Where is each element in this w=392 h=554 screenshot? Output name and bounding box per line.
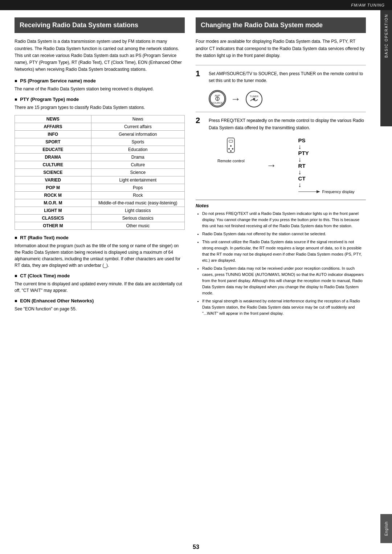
divider-1 — [196, 65, 366, 65]
table-cell: Sports — [91, 138, 184, 146]
rt-heading: RT (Radio Text) mode — [15, 235, 185, 240]
table-cell: SCIENCE — [15, 169, 91, 176]
divider-2 — [196, 112, 366, 112]
tuner-icon: TUNER — [245, 90, 263, 108]
notes-list: Do not press FREQ/TEXT until a Radio Dat… — [196, 211, 366, 317]
amp-circle: AMP SOURCE — [209, 90, 226, 107]
top-bar: FM/AM TUNING — [0, 0, 392, 10]
ps-text: The name of the Radio Data System statio… — [15, 86, 185, 92]
table-cell: Middle-of-the-road music (easy-listening… — [91, 199, 184, 207]
table-cell: Light classics — [91, 207, 184, 215]
ct-heading: CT (Clock Time) mode — [15, 273, 185, 278]
table-cell: Light entertainment — [91, 176, 184, 184]
flow-big-arrow: → — [266, 160, 277, 171]
right-sidebar: BASIC OPERATION — [380, 10, 392, 126]
table-cell: POP M — [15, 184, 91, 192]
svg-point-7 — [253, 98, 255, 100]
ct-label: CT — [298, 175, 306, 182]
language-label: English — [383, 518, 390, 539]
left-intro: Radio Data System is a data transmission… — [15, 38, 185, 73]
list-item: Do not press FREQ/TEXT until a Radio Dat… — [202, 211, 366, 229]
table-cell: CULTURE — [15, 161, 91, 169]
step-2-block: 2 Press FREQ/TEXT repeatedly on the remo… — [196, 116, 366, 131]
remote-control-icon: Remote control — [217, 137, 245, 163]
table-cell: Pops — [91, 184, 184, 192]
remote-label: Remote control — [217, 159, 245, 163]
ps-down-arrow: ↓ — [298, 143, 302, 150]
svg-point-11 — [228, 148, 230, 150]
table-cell: News — [91, 115, 184, 123]
right-intro: Four modes are available for displaying … — [196, 38, 366, 59]
svg-point-13 — [230, 150, 232, 152]
list-item: Radio Data System data may not be receiv… — [202, 265, 366, 296]
bottom-language-tab: English — [380, 514, 392, 543]
notes-section: Notes Do not press FREQ/TEXT until a Rad… — [196, 200, 366, 317]
step-2-text: Press FREQ/TEXT repeatedly on the remote… — [209, 116, 366, 131]
table-cell: CLASSICS — [15, 215, 91, 222]
notes-title: Notes — [196, 203, 366, 208]
table-cell: Culture — [91, 161, 184, 169]
rt-label: RT — [298, 163, 306, 169]
main-content: Receiving Radio Data System stations Rad… — [0, 10, 380, 326]
table-cell: Current affairs — [91, 123, 184, 131]
pty-text: There are 15 program types to classify R… — [15, 104, 185, 111]
ps-heading: PS (Program Service name) mode — [15, 78, 185, 83]
eon-text: See "EON function" on page 55. — [15, 306, 185, 312]
amp-source-icon: AMP SOURCE — [209, 90, 226, 108]
table-cell: Rock — [91, 192, 184, 199]
right-column: Changing the Radio Data System mode Four… — [196, 17, 366, 318]
table-cell: NEWS — [15, 115, 91, 123]
step-2-diagram: Remote control → PS ↓ PTY ↓ RT ↓ CT ↓ — [217, 137, 366, 194]
table-cell: LIGHT M — [15, 207, 91, 215]
table-cell: DRAMA — [15, 154, 91, 161]
table-cell: INFO — [15, 131, 91, 138]
step-1-text: Set AMP/SOURCE/TV to SOURCE, then press … — [209, 69, 366, 84]
step-1-block: 1 Set AMP/SOURCE/TV to SOURCE, then pres… — [196, 69, 366, 84]
table-cell: SPORT — [15, 138, 91, 146]
pty-heading: PTY (Program Type) mode — [15, 97, 185, 102]
svg-text:TUNER: TUNER — [250, 95, 258, 98]
svg-text:AMP: AMP — [215, 94, 220, 97]
table-cell: AFFAIRS — [15, 123, 91, 131]
table-cell: ROCK M — [15, 192, 91, 199]
table-cell: Education — [91, 146, 184, 154]
page-number: 53 — [193, 544, 199, 550]
right-section-header: Changing the Radio Data System mode — [196, 17, 366, 33]
table-cell: M.O.R. M — [15, 199, 91, 207]
table-cell: VARIED — [15, 176, 91, 184]
svg-marker-15 — [317, 190, 320, 193]
step1-arrow: → — [230, 93, 241, 105]
eon-heading: EON (Enhanced Other Networks) — [15, 298, 185, 304]
table-cell: Other music — [91, 222, 184, 230]
pty-down-arrow: ↓ — [298, 156, 302, 163]
step-1-number: 1 — [196, 69, 204, 84]
left-column: Receiving Radio Data System stations Rad… — [15, 17, 185, 318]
svg-point-10 — [230, 145, 232, 147]
ps-pty-flow: PS ↓ PTY ↓ RT ↓ CT ↓ Frequency display — [298, 137, 355, 194]
pty-table: NEWSNewsAFFAIRSCurrent affairsINFOGenera… — [15, 115, 185, 230]
ct-text: The current time is displayed and update… — [15, 281, 185, 294]
freq-display-label: Frequency display — [322, 190, 355, 194]
table-cell: Serious classics — [91, 215, 184, 222]
freq-display-row: Frequency display — [298, 190, 355, 194]
svg-text:SOURCE: SOURCE — [212, 102, 223, 104]
page-container: FM/AM TUNING BASIC OPERATION English Rec… — [0, 0, 392, 554]
top-bar-label: FM/AM TUNING — [351, 3, 385, 7]
rt-down-arrow: ↓ — [298, 169, 302, 175]
svg-rect-9 — [229, 140, 233, 142]
table-cell: EDUCATE — [15, 146, 91, 154]
ps-label: PS — [298, 137, 306, 143]
svg-point-12 — [232, 148, 233, 150]
table-cell: General information — [91, 131, 184, 138]
table-cell: Science — [91, 169, 184, 176]
freq-line-svg — [298, 190, 320, 194]
sidebar-label: BASIC OPERATION — [383, 10, 390, 61]
table-cell: Drama — [91, 154, 184, 161]
pty-label: PTY — [298, 150, 309, 156]
step-2-number: 2 — [196, 116, 204, 131]
ct-down-arrow: ↓ — [298, 182, 302, 188]
rt-text: Information about the program (such as t… — [15, 243, 185, 269]
list-item: This unit cannot utilize the Radio Data … — [202, 239, 366, 264]
table-cell: OTHER M — [15, 222, 91, 230]
left-section-header: Receiving Radio Data System stations — [15, 17, 185, 33]
